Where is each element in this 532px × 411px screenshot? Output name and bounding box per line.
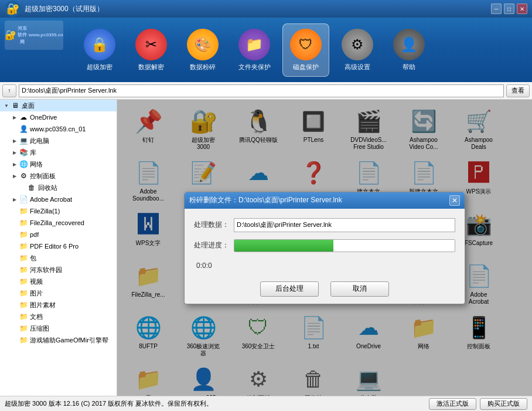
sidebar-item-compress[interactable]: 📁 压缩图 bbox=[0, 322, 117, 334]
sidebar-item-pdfeditor[interactable]: 📁 PDF Editor 6 Pro bbox=[0, 240, 117, 252]
shred-icon: 🎨 bbox=[187, 29, 219, 60]
sidebar-label: 视频 bbox=[30, 277, 43, 286]
sidebar-label: 控制面板 bbox=[30, 172, 56, 181]
buy-button[interactable]: 购买正式版 bbox=[480, 398, 527, 410]
sidebar-label: 包 bbox=[30, 254, 36, 263]
modal-footer: 后台处理 取消 bbox=[185, 281, 465, 304]
expand-icon bbox=[11, 277, 19, 286]
modal-body: 处理数据： 处理进度： 0:0:0 bbox=[185, 209, 465, 281]
toolbar-advanced[interactable]: ⚙ 高级设置 bbox=[334, 24, 381, 76]
modal-close-button[interactable]: ✕ bbox=[449, 195, 460, 206]
sidebar-item-desktop[interactable]: ▼ 🖥 桌面 bbox=[0, 100, 117, 111]
expand-icon bbox=[11, 266, 19, 274]
help-icon: 👤 bbox=[393, 29, 425, 60]
expand-icon bbox=[11, 313, 19, 321]
expand-icon bbox=[11, 254, 19, 262]
sidebar-label: 文档 bbox=[30, 313, 43, 321]
toolbar-encrypt[interactable]: 🔒 超级加密 bbox=[76, 24, 123, 76]
expand-icon bbox=[11, 207, 19, 215]
sidebar-item-library[interactable]: ▶ 📚 库 bbox=[0, 147, 117, 158]
sidebar-label: 图片素材 bbox=[30, 301, 56, 310]
toolbar-shred[interactable]: 🎨 数据粉碎 bbox=[179, 24, 226, 76]
expand-icon: ▶ bbox=[11, 172, 19, 180]
folder-icon: 📁 bbox=[19, 312, 28, 321]
modal-data-label: 处理数据： bbox=[194, 220, 229, 230]
sidebar-label: 桌面 bbox=[22, 101, 35, 110]
controlpanel-icon: ⚙ bbox=[19, 171, 28, 181]
sidebar-item-docs[interactable]: 📁 文档 bbox=[0, 311, 117, 322]
advanced-icon: ⚙ bbox=[342, 29, 373, 60]
sidebar-item-hedong[interactable]: 📁 河东软件园 bbox=[0, 264, 117, 276]
modal-progress-label: 处理进度： bbox=[194, 240, 229, 250]
cancel-button[interactable]: 取消 bbox=[330, 281, 389, 297]
sidebar-label: 图片 bbox=[30, 289, 43, 298]
encrypt-icon: 🔒 bbox=[84, 29, 115, 60]
sidebar-label: 游戏辅助GameOfMir引擎帮 bbox=[30, 336, 108, 345]
progress-bar bbox=[234, 240, 333, 252]
expand-icon: ▶ bbox=[11, 148, 19, 157]
folder-icon: 📁 bbox=[19, 206, 28, 216]
activate-button[interactable]: 激活正式版 bbox=[429, 398, 476, 410]
address-bar: ↑ 查看 bbox=[0, 82, 532, 100]
sidebar-item-video[interactable]: 📁 视频 bbox=[0, 276, 117, 287]
sidebar-label: FileZilla(1) bbox=[30, 208, 60, 215]
expand-icon bbox=[11, 289, 19, 297]
toolbar-items: 🔒 超级加密 ✂ 数据解密 🎨 数据粉碎 📁 文件夹保护 🛡 磁盘保护 ⚙ 高级… bbox=[76, 23, 432, 77]
toolbar: 🔐 河东软件网 www.pc0359.cn 🔒 超级加密 ✂ 数据解密 🎨 数据… bbox=[0, 18, 532, 82]
sidebar-item-filezilla-rec[interactable]: 📁 FileZilla_recovered bbox=[0, 217, 117, 229]
expand-icon: ▼ bbox=[2, 101, 11, 110]
expand-icon: ▶ bbox=[11, 195, 19, 203]
sidebar-item-mypc[interactable]: ▶ 💻 此电脑 bbox=[0, 135, 117, 147]
expand-icon bbox=[11, 336, 19, 344]
sidebar-label: PDF Editor 6 Pro bbox=[30, 243, 79, 250]
toolbar-disk[interactable]: 🛡 磁盘保护 bbox=[282, 23, 329, 77]
folder-icon: 📁 bbox=[19, 300, 28, 310]
expand-icon bbox=[11, 219, 19, 227]
shred-modal: 粉碎删除文件：D:\tools\桌面\priPrinter Server.lnk… bbox=[184, 192, 465, 304]
sidebar-item-network[interactable]: ▶ 🌐 网络 bbox=[0, 158, 117, 170]
sidebar-item-filezilla1[interactable]: 📁 FileZilla(1) bbox=[0, 205, 117, 217]
minimize-button[interactable]: ─ bbox=[491, 4, 502, 14]
toolbar-help[interactable]: 👤 帮助 bbox=[386, 24, 432, 76]
expand-icon: ▶ bbox=[11, 160, 19, 168]
sidebar-item-images[interactable]: 📁 图片 bbox=[0, 287, 117, 299]
onedrive-icon: ☁ bbox=[19, 113, 28, 122]
sidebar-item-user[interactable]: 👤 www.pc0359.cn_01 bbox=[0, 123, 117, 135]
main-area: ▼ 🖥 桌面 ▶ ☁ OneDrive 👤 www.pc0359.cn_01 ▶… bbox=[0, 100, 532, 396]
folder-icon: 📁 bbox=[19, 253, 28, 263]
expand-icon: ▶ bbox=[11, 137, 19, 145]
toolbar-folder[interactable]: 📁 文件夹保护 bbox=[231, 24, 278, 76]
modal-title-bar: 粉碎删除文件：D:\tools\桌面\priPrinter Server.lnk… bbox=[185, 192, 465, 209]
toolbar-decrypt[interactable]: ✂ 数据解密 bbox=[128, 24, 175, 76]
expand-icon bbox=[11, 230, 19, 239]
sidebar-item-pdf[interactable]: 📁 pdf bbox=[0, 229, 117, 240]
user-icon: 👤 bbox=[19, 124, 28, 134]
modal-data-input[interactable] bbox=[234, 218, 455, 232]
recycle-icon: 🗑 bbox=[27, 183, 36, 192]
sidebar-label: 库 bbox=[30, 148, 36, 157]
address-input[interactable] bbox=[19, 84, 504, 97]
status-bar: 超级加密 3000 版本 12.16 (C) 2017 版权所有 夏冰软件。保留… bbox=[0, 396, 532, 411]
desktop-icon: 🖥 bbox=[11, 101, 20, 110]
expand-icon: ▶ bbox=[11, 113, 19, 121]
sidebar-item-game[interactable]: 📁 游戏辅助GameOfMir引擎帮 bbox=[0, 334, 117, 346]
sidebar-item-pack[interactable]: 📁 包 bbox=[0, 252, 117, 264]
decrypt-icon: ✂ bbox=[135, 29, 167, 60]
close-button[interactable]: ✕ bbox=[517, 4, 527, 14]
network-icon: 🌐 bbox=[19, 159, 28, 169]
folder-icon: 📁 bbox=[19, 218, 28, 227]
acrobat-icon: 📄 bbox=[19, 195, 28, 204]
sidebar-item-recycle[interactable]: 🗑 回收站 bbox=[0, 182, 117, 193]
expand-icon bbox=[19, 184, 27, 192]
sidebar-label: OneDrive bbox=[30, 114, 57, 121]
maximize-button[interactable]: □ bbox=[504, 4, 514, 14]
sidebar-item-controlpanel[interactable]: ▶ ⚙ 控制面板 bbox=[0, 170, 117, 182]
nav-up-button[interactable]: ↑ bbox=[2, 84, 16, 97]
sidebar-item-acrobat[interactable]: ▶ 📄 Adobe Acrobat bbox=[0, 193, 117, 205]
sidebar-label: pdf bbox=[30, 231, 39, 238]
search-button[interactable]: 查看 bbox=[506, 84, 530, 97]
background-process-button[interactable]: 后台处理 bbox=[260, 281, 319, 297]
sidebar-label: 此电脑 bbox=[30, 137, 49, 145]
sidebar-item-image-material[interactable]: 📁 图片素材 bbox=[0, 299, 117, 311]
sidebar-item-onedrive[interactable]: ▶ ☁ OneDrive bbox=[0, 111, 117, 123]
